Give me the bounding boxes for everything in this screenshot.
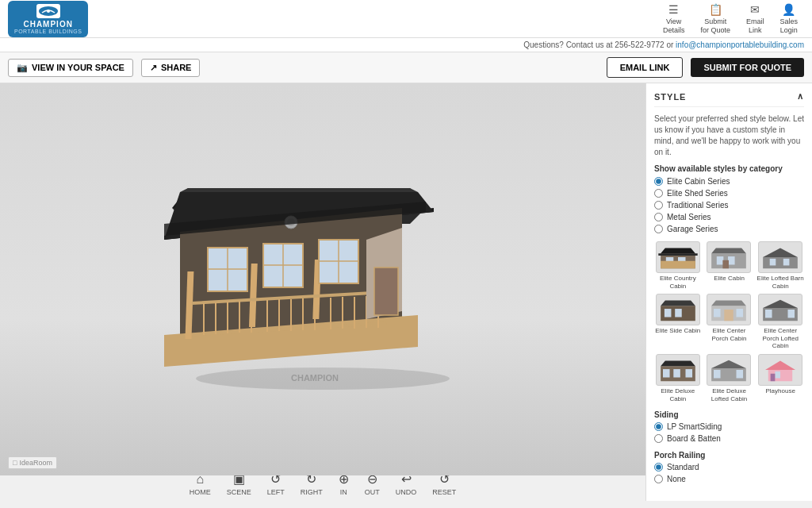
style-thumb-8 bbox=[758, 354, 802, 386]
style-grid: Elite Country Cabin Elite Cabin Elite Lo… bbox=[654, 241, 804, 402]
svg-text:CHAMPION: CHAMPION bbox=[291, 373, 339, 383]
chevron-up-icon[interactable]: ∧ bbox=[797, 91, 804, 102]
idealroom-badge: □ IdeaRoom bbox=[8, 456, 57, 469]
panel-description: Select your preferred shed style below. … bbox=[654, 114, 804, 158]
svg-rect-80 bbox=[673, 369, 680, 377]
share-icon: ↗ bbox=[150, 63, 157, 73]
style-name-1: Elite Cabin bbox=[714, 275, 745, 283]
porch-railing-none-radio[interactable] bbox=[654, 475, 663, 483]
svg-marker-69 bbox=[712, 301, 747, 306]
style-name-0: Elite Country Cabin bbox=[654, 275, 702, 290]
svg-marker-11 bbox=[180, 188, 418, 192]
category-traditional-radio[interactable] bbox=[654, 201, 663, 210]
style-name-7: Elite Deluxe Lofted Cabin bbox=[706, 387, 753, 402]
subheader-text: Questions? Contact us at 256-522-9772 or… bbox=[523, 40, 804, 49]
category-garage-radio[interactable] bbox=[654, 225, 663, 233]
style-elite-lofted-barn[interactable]: Elite Lofted Barn Cabin bbox=[756, 241, 804, 290]
viewer-panel: CHAMPION bbox=[0, 83, 645, 501]
category-traditional[interactable]: Traditional Series bbox=[654, 201, 804, 210]
category-metal[interactable]: Metal Series bbox=[654, 213, 804, 221]
svg-rect-70 bbox=[714, 309, 721, 317]
nav-view-details[interactable]: ☰ View Details bbox=[657, 0, 691, 37]
style-elite-deluxe-cabin[interactable]: Elite Deluxe Cabin bbox=[654, 354, 702, 402]
idealroom-icon: □ bbox=[13, 459, 17, 467]
style-name-2: Elite Lofted Barn Cabin bbox=[756, 275, 804, 290]
svg-rect-76 bbox=[788, 310, 795, 318]
style-name-6: Elite Deluxe Cabin bbox=[654, 387, 702, 402]
svg-rect-72 bbox=[725, 310, 733, 321]
share-button[interactable]: ↗ SHARE bbox=[141, 59, 201, 77]
email-link-button[interactable]: EMAIL LINK bbox=[607, 57, 684, 78]
submit-quote-nav-icon: 📋 bbox=[709, 3, 722, 16]
svg-rect-79 bbox=[663, 369, 670, 377]
porch-railing-standard-radio[interactable] bbox=[654, 463, 663, 471]
main-content: CHAMPION bbox=[0, 83, 812, 501]
subheader: Questions? Contact us at 256-522-9772 or… bbox=[0, 38, 812, 52]
style-elite-cabin[interactable]: Elite Cabin bbox=[706, 241, 753, 290]
svg-marker-56 bbox=[712, 248, 747, 254]
siding-section-title: Siding bbox=[654, 410, 804, 419]
svg-marker-74 bbox=[763, 300, 798, 308]
camera-icon: 📷 bbox=[17, 63, 28, 73]
logo-subtext: PORTABLE BUILDINGS bbox=[14, 29, 82, 34]
logo-area: CHAMPION PORTABLE BUILDINGS bbox=[8, 1, 103, 37]
svg-rect-45 bbox=[374, 267, 398, 315]
style-elite-center-porch[interactable]: Elite Center Porch Cabin bbox=[706, 294, 753, 350]
logo-icon bbox=[36, 4, 60, 18]
style-elite-center-porch-lofted[interactable]: Elite Center Porch Lofted Cabin bbox=[756, 294, 804, 350]
siding-board-radio[interactable] bbox=[654, 434, 663, 443]
svg-rect-58 bbox=[729, 256, 736, 264]
toolbar: 📷 VIEW IN YOUR SPACE ↗ SHARE EMAIL LINK … bbox=[0, 52, 812, 83]
email-link-nav-icon: ✉ bbox=[750, 3, 760, 16]
siding-lp-smartsiding[interactable]: LP SmartSiding bbox=[654, 422, 804, 431]
porch-railing-standard[interactable]: Standard bbox=[654, 463, 804, 471]
ctrl-home[interactable]: ⌂ HOME bbox=[190, 472, 211, 496]
category-elite-cabin-radio[interactable] bbox=[654, 177, 663, 186]
style-thumb-4 bbox=[707, 294, 751, 325]
style-name-3: Elite Side Cabin bbox=[655, 327, 700, 335]
svg-rect-88 bbox=[776, 371, 781, 379]
svg-point-1 bbox=[47, 10, 50, 13]
view-details-icon: ☰ bbox=[668, 3, 679, 16]
category-metal-radio[interactable] bbox=[654, 213, 663, 221]
viewer-3d[interactable]: CHAMPION bbox=[0, 83, 645, 475]
submit-quote-button[interactable]: SUBMIT FOR QUOTE bbox=[691, 58, 804, 77]
porch-railing-radio-group: Standard None bbox=[654, 463, 804, 483]
nav-sales-login[interactable]: 👤 Sales Login bbox=[773, 0, 804, 37]
svg-marker-83 bbox=[712, 360, 747, 368]
category-elite-shed[interactable]: Elite Shed Series bbox=[654, 189, 804, 198]
siding-lp-radio[interactable] bbox=[654, 422, 663, 431]
category-garage[interactable]: Garage Series bbox=[654, 225, 804, 233]
nav-submit-quote[interactable]: 📋 Submit for Quote bbox=[694, 0, 737, 37]
logo-text: CHAMPION bbox=[23, 20, 72, 29]
category-elite-cabin[interactable]: Elite Cabin Series bbox=[654, 177, 804, 186]
svg-rect-59 bbox=[723, 260, 730, 268]
right-panel: STYLE ∧ Select your preferred shed style… bbox=[645, 83, 812, 501]
svg-marker-50 bbox=[658, 253, 697, 256]
svg-rect-54 bbox=[661, 261, 695, 269]
svg-marker-61 bbox=[763, 248, 798, 257]
svg-marker-51 bbox=[661, 248, 695, 254]
style-elite-deluxe-lofted[interactable]: Elite Deluxe Lofted Cabin bbox=[706, 354, 753, 402]
siding-board-batten[interactable]: Board & Batten bbox=[654, 434, 804, 443]
category-elite-shed-radio[interactable] bbox=[654, 189, 663, 198]
style-name-8: Playhouse bbox=[765, 387, 795, 395]
svg-rect-84 bbox=[714, 370, 721, 378]
nav-email-link[interactable]: ✉ Email Link bbox=[740, 0, 771, 37]
svg-marker-87 bbox=[765, 361, 795, 370]
header-nav: ☰ View Details 📋 Submit for Quote ✉ Emai… bbox=[657, 0, 804, 37]
svg-marker-65 bbox=[661, 301, 695, 306]
view-in-space-button[interactable]: 📷 VIEW IN YOUR SPACE bbox=[8, 59, 133, 77]
style-thumb-7 bbox=[707, 354, 751, 386]
style-elite-country-cabin[interactable]: Elite Country Cabin bbox=[654, 241, 702, 290]
porch-railing-section-title: Porch Railing bbox=[654, 451, 804, 460]
porch-railing-none[interactable]: None bbox=[654, 475, 804, 483]
style-thumb-2 bbox=[758, 241, 802, 273]
svg-marker-60 bbox=[763, 257, 798, 268]
svg-rect-89 bbox=[771, 374, 776, 382]
email-link[interactable]: info@championportablebuilding.com bbox=[676, 40, 804, 49]
svg-rect-71 bbox=[737, 309, 744, 317]
style-playhouse[interactable]: Playhouse bbox=[756, 354, 804, 402]
logo[interactable]: CHAMPION PORTABLE BUILDINGS bbox=[8, 1, 88, 37]
style-elite-side-cabin[interactable]: Elite Side Cabin bbox=[654, 294, 702, 350]
